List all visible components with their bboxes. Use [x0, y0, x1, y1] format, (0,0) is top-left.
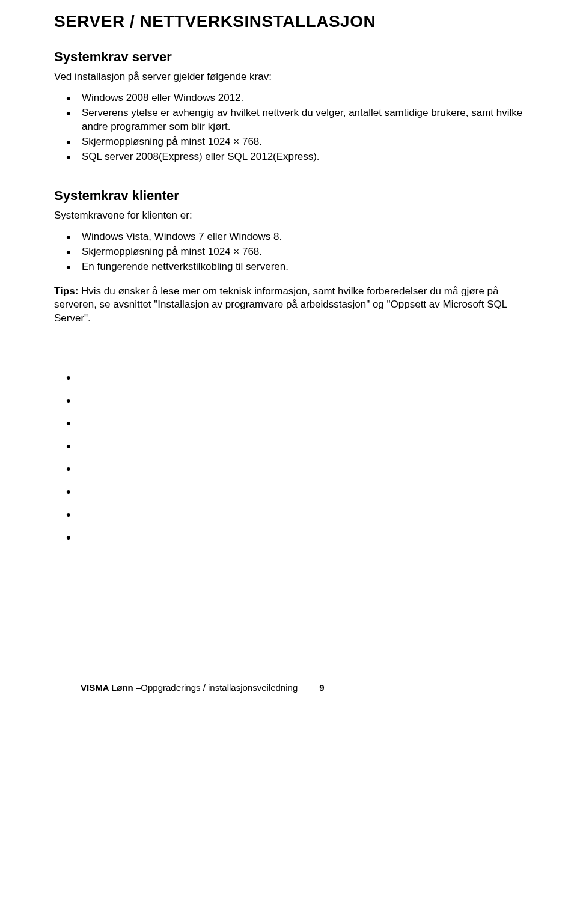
heading-server: Systemkrav server: [54, 49, 523, 65]
page-footer: VISMA Lønn –Oppgraderings / installasjon…: [54, 682, 523, 693]
heading-main: SERVER / NETTVERKSINSTALLASJON: [54, 12, 523, 31]
footer-title-rest: –Oppgraderings / installasjonsveiledning: [133, 682, 298, 693]
list-item-empty: [66, 413, 523, 436]
heading-client: Systemkrav klienter: [54, 188, 523, 204]
list-item-empty: [66, 391, 523, 413]
document-page: SERVER / NETTVERKSINSTALLASJON Systemkra…: [0, 0, 577, 711]
list-item: Windows 2008 eller Windows 2012.: [66, 91, 523, 105]
client-intro: Systemkravene for klienten er:: [54, 210, 523, 222]
list-item: En fungerende nettverkstilkobling til se…: [66, 260, 523, 274]
tips-text: Hvis du ønsker å lese mer om teknisk inf…: [54, 285, 507, 324]
list-item: Skjermoppløsning på minst 1024 × 768.: [66, 245, 523, 259]
list-item-empty: [66, 482, 523, 505]
footer-title-bold: VISMA Lønn: [81, 682, 133, 693]
tips-label: Tips:: [54, 285, 78, 297]
empty-bullet-list: [66, 368, 523, 550]
footer-page-number: 9: [319, 682, 324, 693]
server-bullet-list: Windows 2008 eller Windows 2012. Servere…: [66, 91, 523, 164]
list-item-empty: [66, 436, 523, 459]
list-item-empty: [66, 527, 523, 550]
list-item: Skjermoppløsning på minst 1024 × 768.: [66, 135, 523, 149]
list-item: Serverens ytelse er avhengig av hvilket …: [66, 106, 523, 134]
list-item: Windows Vista, Windows 7 eller Windows 8…: [66, 230, 523, 244]
server-intro: Ved installasjon på server gjelder følge…: [54, 71, 523, 83]
list-item: SQL server 2008(Express) eller SQL 2012(…: [66, 150, 523, 164]
list-item-empty: [66, 368, 523, 391]
client-bullet-list: Windows Vista, Windows 7 eller Windows 8…: [66, 230, 523, 274]
list-item-empty: [66, 505, 523, 527]
tips-paragraph: Tips: Hvis du ønsker å lese mer om tekni…: [54, 285, 523, 326]
list-item-empty: [66, 459, 523, 482]
